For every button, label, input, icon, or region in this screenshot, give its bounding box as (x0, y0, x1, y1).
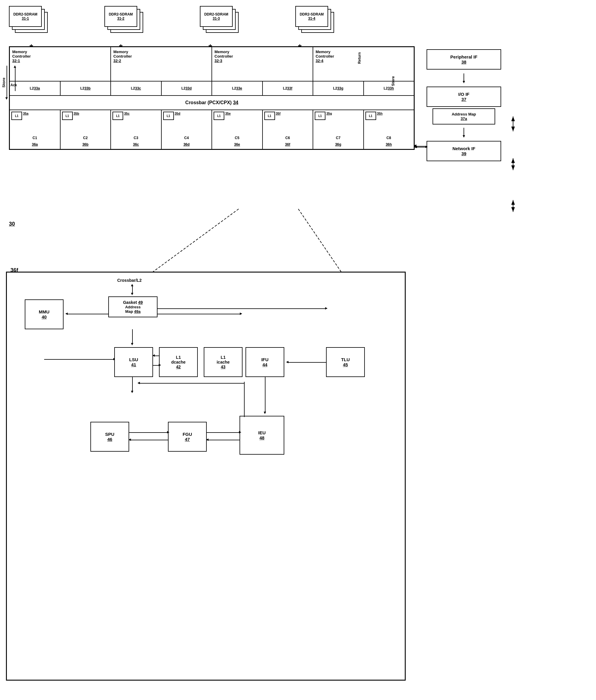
l2c-cell: L2 33c (111, 81, 162, 95)
mc3-num: 32-3 (214, 58, 310, 63)
ack-label: Ack (10, 83, 17, 87)
gasket-tlu-arrowhead (325, 307, 328, 309)
address-map-box: Address Map 37a (433, 108, 495, 124)
c2-label: C2 (83, 136, 88, 140)
gasket-ifu-arrowhead (240, 312, 242, 315)
l1-dcache-num: 42 (176, 365, 181, 369)
dram2-num: 31-2 (117, 17, 124, 21)
gasket-num: 49 (138, 300, 143, 305)
cpu1-cell: L1 35a C1 36a (10, 110, 60, 149)
gasket-lsu-arrowhead (131, 343, 133, 345)
mc4-cell: MemoryController 32-4 (313, 47, 414, 81)
lsu-box: LSU 41 (114, 347, 153, 377)
l1-dcache-box: L1dcache 42 (159, 347, 198, 377)
l2c-num: 33c (135, 86, 141, 91)
c4-label: C4 (184, 136, 189, 140)
cpu4-cell: L1 35d C4 36d (162, 110, 212, 149)
mc1-label: MemoryController (12, 50, 108, 58)
c7-label: C7 (336, 136, 340, 140)
36f-num: 36f (285, 142, 290, 147)
lsu-dcache-arrowhead1 (152, 354, 155, 357)
dram2-label: DDR2-SDRAM (109, 12, 133, 17)
c5-label: C5 (235, 136, 239, 140)
mc4-num: 32-4 (316, 58, 411, 63)
l2a-num: 33a (34, 86, 40, 91)
c1-label: C1 (32, 136, 37, 140)
35g-label: 35g (326, 111, 332, 115)
mc2-num: 32-2 (113, 58, 209, 63)
36d-num: 36d (183, 142, 190, 147)
35a-label: 35a (23, 111, 28, 115)
l2-cache-row: L2 33a L2 33b L2 33c L2 33d L2 33e L2 33… (10, 81, 414, 96)
dram1-label: DDR2-SDRAM (14, 12, 37, 17)
tlu-box: TLU 45 (326, 347, 365, 377)
l2f-label: L2 (283, 86, 287, 91)
dram4-label: DDR2-SDRAM (300, 12, 324, 17)
gasket-mmu-line (67, 314, 108, 314)
crossbar-l2-label: Crossbar/L2 (117, 278, 142, 283)
l1-35c-box: L1 (112, 111, 123, 120)
l2e-cell: L2 33e (212, 81, 263, 95)
35h-label: 35h (377, 111, 383, 115)
c3-label: C3 (134, 136, 138, 140)
dram1-num: 31-1 (22, 17, 29, 21)
l1-35f-box: L1 (264, 111, 275, 120)
ifu-num: 44 (262, 362, 267, 367)
arrow-spacer-2 (426, 124, 501, 141)
svg-line-13 (298, 209, 343, 275)
fgu-box: FGU 47 (168, 422, 207, 452)
io-if-label: I/O IF (432, 92, 496, 97)
36e-num: 36e (234, 142, 240, 147)
cpu6-cell: L1 35f C6 36f (263, 110, 313, 149)
lsu-down-line (132, 377, 133, 392)
svg-line-12 (149, 209, 239, 275)
35b-label: 35b (74, 111, 79, 115)
gasket-tlu-line (157, 308, 326, 309)
l2f-num: 33f (287, 86, 292, 91)
h-arrowhead-left (415, 146, 417, 148)
chip-30-label: 30 (9, 221, 15, 227)
gasket-ifu-line (157, 314, 241, 314)
l2g-num: 33g (337, 86, 343, 91)
fgu-ieu-line1 (207, 432, 239, 433)
cpu-row: L1 35a C1 36a L1 35b C2 36b L1 35c C3 36… (10, 110, 414, 149)
mmu-label: MMU (39, 309, 50, 314)
spu-fgu-line1 (129, 432, 168, 433)
cpu5-cell: L1 35e C5 36e (212, 110, 263, 149)
c8-label: C8 (387, 136, 391, 140)
dram4-num: 31-4 (308, 17, 315, 21)
c6-label: C6 (285, 136, 290, 140)
fgu-ieu-arrowhead1 (239, 431, 241, 433)
address-map-label: Address Map (436, 112, 492, 117)
network-if-box: Network IF 39 (426, 141, 501, 161)
l1-35g-box: L1 (315, 111, 326, 120)
tlu-ifu-line (287, 362, 326, 363)
mmu-lsu-line (44, 359, 114, 360)
gasket-label: Gasket (123, 300, 137, 305)
l2g-label: L2 (333, 86, 337, 91)
dram-chip-3: DDR2-SDRAM 31-3 (200, 6, 242, 36)
lsu-dcache-arrowhead2 (159, 364, 161, 366)
spu-fgu-arrowhead2 (129, 439, 131, 441)
return-label: Return (357, 52, 362, 64)
l1-icache-num: 43 (221, 365, 226, 369)
l2e-label: L2 (232, 86, 236, 91)
ieu-num: 48 (260, 435, 265, 440)
peripheral-if-box: Peripheral IF 38 (426, 49, 501, 70)
io-if-box: I/O IF 37 (426, 86, 501, 107)
36g-num: 36g (335, 142, 341, 147)
dram-chip-4: DDR2-SDRAM 31-4 (295, 6, 337, 36)
spu-num: 46 (107, 437, 112, 442)
ifu-ieu-arrowhead (264, 411, 266, 414)
ifu-label: IFU (261, 357, 268, 362)
cpu2-cell: L1 35b C2 36b (60, 110, 111, 149)
detail-diagram: Crossbar/L2 Gasket 49 Address Map 49a MM… (6, 272, 406, 681)
ifu-box: IFU 44 (245, 347, 284, 377)
mc3-label: MemoryController (214, 50, 310, 58)
gasket-box: Gasket 49 Address Map 49a (108, 296, 157, 317)
mc1-cell: MemoryController 32-1 (10, 47, 111, 81)
mc1-num: 32-1 (12, 58, 108, 63)
peripheral-if-label: Peripheral IF (432, 54, 496, 59)
v-arrow-2 (464, 128, 464, 135)
dram3-num: 31-3 (213, 17, 220, 21)
